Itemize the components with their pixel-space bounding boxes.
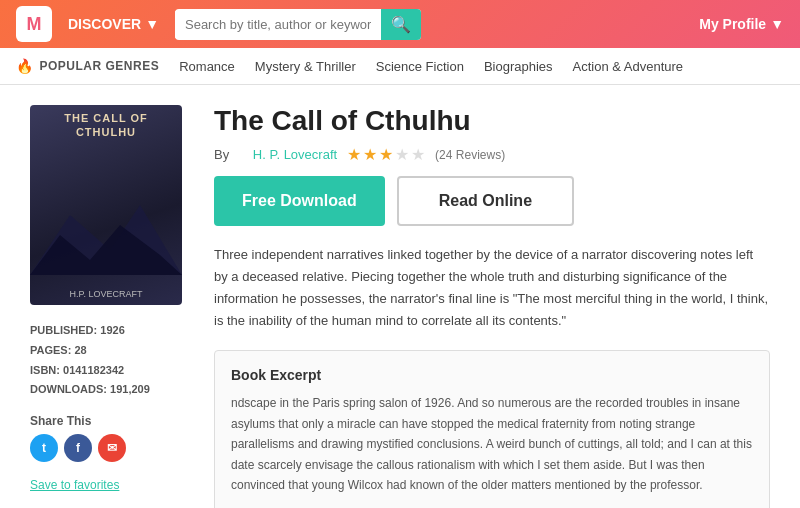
discover-label: DISCOVER: [68, 16, 141, 32]
read-online-button[interactable]: Read Online: [397, 176, 574, 226]
downloads-value: 191,209: [110, 383, 150, 395]
star-3: ★: [379, 145, 393, 164]
downloads-line: DOWNLOADS: 191,209: [30, 380, 190, 400]
search-bar: 🔍: [175, 9, 421, 40]
genre-biographies[interactable]: Biographies: [484, 59, 553, 74]
genre-scifi[interactable]: Science Fiction: [376, 59, 464, 74]
pages-label: PAGES:: [30, 344, 71, 356]
book-cover: THE CALL OF CTHULHU H.P. LOVECRAFT: [30, 105, 182, 305]
cover-title: THE CALL OF CTHULHU: [30, 105, 182, 146]
book-author-line: By H. P. Lovecraft ★ ★ ★ ★ ★ (24 Reviews…: [214, 145, 770, 164]
sidebar: THE CALL OF CTHULHU H.P. LOVECRAFT PUBLI…: [30, 105, 190, 508]
isbn-label: ISBN:: [30, 364, 60, 376]
book-title: The Call of Cthulhu: [214, 105, 770, 137]
published-value: 1926: [100, 324, 124, 336]
pages-line: PAGES: 28: [30, 341, 190, 361]
popular-genres: 🔥 POPULAR GENRES: [16, 58, 159, 74]
cover-mountains: [30, 195, 182, 275]
save-favorites-link[interactable]: Save to favorites: [30, 478, 190, 492]
flame-icon: 🔥: [16, 58, 34, 74]
excerpt-box: Book Excerpt ndscape in the Paris spring…: [214, 350, 770, 508]
email-share-button[interactable]: ✉: [98, 434, 126, 462]
isbn-line: ISBN: 0141182342: [30, 361, 190, 381]
excerpt-title: Book Excerpt: [231, 367, 753, 383]
my-profile-arrow: ▼: [770, 16, 784, 32]
share-title: Share This: [30, 414, 190, 428]
author-link[interactable]: H. P. Lovecraft: [253, 147, 337, 162]
genre-action[interactable]: Action & Adventure: [573, 59, 684, 74]
star-2: ★: [363, 145, 377, 164]
excerpt-text-1: ndscape in the Paris spring salon of 192…: [231, 393, 753, 495]
share-section: Share This t f ✉: [30, 414, 190, 462]
logo-text: M: [27, 14, 42, 35]
popular-genres-label: POPULAR GENRES: [40, 59, 160, 73]
search-icon: 🔍: [391, 16, 411, 33]
book-meta: PUBLISHED: 1926 PAGES: 28 ISBN: 01411823…: [30, 321, 190, 400]
book-description: Three independent narratives linked toge…: [214, 244, 770, 332]
header: M DISCOVER ▼ 🔍 My Profile ▼: [0, 0, 800, 48]
downloads-label: DOWNLOADS:: [30, 383, 107, 395]
star-1: ★: [347, 145, 361, 164]
discover-button[interactable]: DISCOVER ▼: [68, 16, 159, 32]
reviews-count: (24 Reviews): [435, 148, 505, 162]
free-download-button[interactable]: Free Download: [214, 176, 385, 226]
nav-bar: 🔥 POPULAR GENRES Romance Mystery & Thril…: [0, 48, 800, 85]
cover-author: H.P. LOVECRAFT: [64, 283, 149, 305]
my-profile-label: My Profile: [699, 16, 766, 32]
search-input[interactable]: [175, 11, 381, 38]
discover-arrow: ▼: [145, 16, 159, 32]
facebook-share-button[interactable]: f: [64, 434, 92, 462]
action-buttons: Free Download Read Online: [214, 176, 770, 226]
share-icons: t f ✉: [30, 434, 190, 462]
my-profile-button[interactable]: My Profile ▼: [699, 16, 784, 32]
star-rating: ★ ★ ★ ★ ★: [347, 145, 425, 164]
main-content: THE CALL OF CTHULHU H.P. LOVECRAFT PUBLI…: [0, 85, 800, 508]
published-line: PUBLISHED: 1926: [30, 321, 190, 341]
book-details: The Call of Cthulhu By H. P. Lovecraft ★…: [214, 105, 770, 508]
twitter-share-button[interactable]: t: [30, 434, 58, 462]
genre-mystery[interactable]: Mystery & Thriller: [255, 59, 356, 74]
star-5: ★: [411, 145, 425, 164]
search-button[interactable]: 🔍: [381, 9, 421, 40]
published-label: PUBLISHED:: [30, 324, 97, 336]
pages-value: 28: [74, 344, 86, 356]
author-prefix: By: [214, 147, 229, 162]
logo[interactable]: M: [16, 6, 52, 42]
star-4: ★: [395, 145, 409, 164]
isbn-value: 0141182342: [63, 364, 124, 376]
genre-romance[interactable]: Romance: [179, 59, 235, 74]
